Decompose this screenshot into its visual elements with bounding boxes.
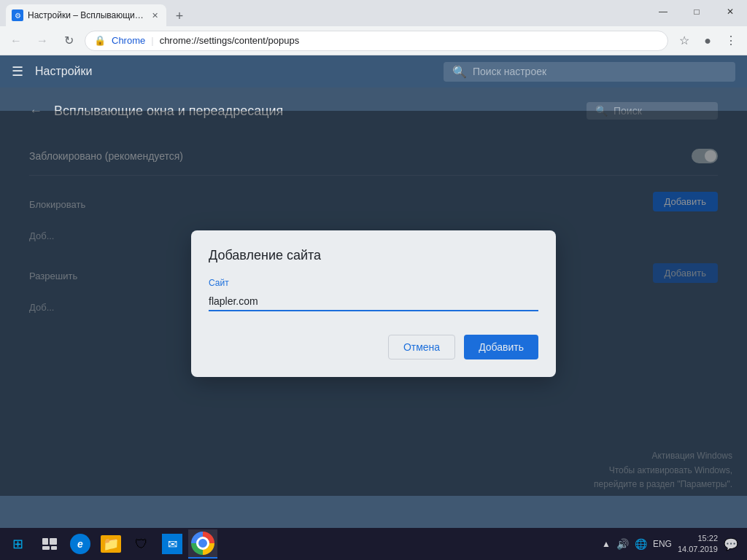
taskbar-right: ▲ 🔊 🌐 ENG 15:22 14.07.2019 💬: [602, 533, 744, 556]
settings-search-input[interactable]: [473, 66, 727, 77]
clock-time: 15:22: [678, 533, 718, 544]
cancel-button[interactable]: Отмена: [388, 335, 455, 359]
svg-rect-1: [50, 538, 57, 545]
window-controls: — □ ✕: [646, 0, 747, 23]
close-button[interactable]: ✕: [713, 0, 747, 23]
speaker-icon[interactable]: 🔊: [616, 538, 629, 550]
tab-favicon: [12, 9, 23, 21]
network-icon[interactable]: 🌐: [635, 538, 647, 550]
dialog-site-field: Сайт: [209, 278, 538, 311]
bookmark-button[interactable]: ☆: [674, 31, 694, 51]
tab-bar: Настройки – Всплывающие ок... ✕ +: [0, 0, 747, 26]
shield-taskbar-button[interactable]: 🛡: [127, 529, 156, 559]
titlebar: Настройки – Всплывающие ок... ✕ + — □ ✕: [0, 0, 747, 26]
task-view-icon: [42, 538, 57, 550]
active-tab[interactable]: Настройки – Всплывающие ок... ✕: [6, 4, 166, 26]
mail-taskbar-button[interactable]: ✉: [158, 529, 187, 559]
mail-icon: ✉: [162, 534, 182, 554]
dialog-title: Добавление сайта: [209, 248, 538, 263]
folder-icon: 📁: [101, 535, 121, 553]
forward-button[interactable]: →: [32, 31, 53, 51]
explorer-taskbar-button[interactable]: 📁: [96, 529, 125, 559]
tab-close-button[interactable]: ✕: [149, 9, 160, 21]
taskbar-icons: e 📁 🛡 ✉: [35, 529, 217, 559]
ie-taskbar-button[interactable]: e: [66, 529, 95, 559]
settings-search[interactable]: 🔍: [444, 62, 735, 82]
svg-rect-2: [42, 546, 50, 550]
minimize-button[interactable]: —: [646, 0, 680, 23]
tab-title: Настройки – Всплывающие ок...: [28, 10, 144, 20]
windows-logo: ⊞: [12, 536, 23, 552]
modal-overlay: Добавление сайта Сайт Отмена Добавить: [0, 111, 747, 496]
site-label: Сайт: [209, 278, 538, 288]
add-button[interactable]: Добавить: [464, 335, 538, 359]
clock[interactable]: 15:22 14.07.2019: [678, 533, 718, 556]
settings-title: Настройки: [35, 65, 92, 78]
address-box[interactable]: 🔒 Chrome | chrome://settings/content/pop…: [85, 31, 668, 51]
dialog-actions: Отмена Добавить: [209, 335, 538, 359]
notifications-button[interactable]: 💬: [724, 537, 738, 551]
settings-header: ☰ Настройки 🔍: [0, 55, 747, 88]
settings-page: ☰ Настройки 🔍 ← Всплывающие окна и переа…: [0, 55, 747, 528]
url-separator: |: [151, 35, 153, 46]
svg-rect-3: [51, 546, 57, 550]
shield-icon: 🛡: [131, 534, 152, 554]
addressbar: ← → ↻ 🔒 Chrome | chrome://settings/conte…: [0, 26, 747, 55]
ie-icon: e: [70, 534, 90, 554]
lock-icon: 🔒: [94, 35, 106, 46]
tray-chevron[interactable]: ▲: [602, 539, 611, 549]
chrome-taskbar-button[interactable]: [188, 529, 217, 559]
menu-button[interactable]: ⋮: [721, 31, 741, 51]
profile-button[interactable]: ●: [697, 31, 718, 51]
url-path: chrome://settings/content/popups: [160, 35, 300, 46]
lang-indicator[interactable]: ENG: [653, 539, 672, 549]
dialog: Добавление сайта Сайт Отмена Добавить: [191, 230, 556, 377]
back-button[interactable]: ←: [6, 31, 26, 51]
system-tray: ▲ 🔊 🌐 ENG: [602, 538, 672, 550]
chrome-brand: Chrome: [112, 35, 145, 46]
clock-date: 14.07.2019: [678, 544, 718, 555]
start-button[interactable]: ⊞: [3, 529, 32, 559]
reload-button[interactable]: ↻: [58, 31, 79, 51]
task-view-button[interactable]: [35, 529, 64, 559]
address-bar-right: ☆ ● ⋮: [674, 31, 741, 51]
chrome-icon: [191, 532, 214, 555]
menu-icon[interactable]: ☰: [12, 63, 23, 79]
site-input[interactable]: [209, 292, 538, 311]
taskbar: ⊞ e 📁 🛡 ✉: [0, 528, 747, 560]
new-tab-button[interactable]: +: [169, 6, 190, 26]
maximize-button[interactable]: □: [680, 0, 713, 23]
svg-rect-0: [42, 538, 48, 545]
search-icon: 🔍: [452, 65, 467, 79]
